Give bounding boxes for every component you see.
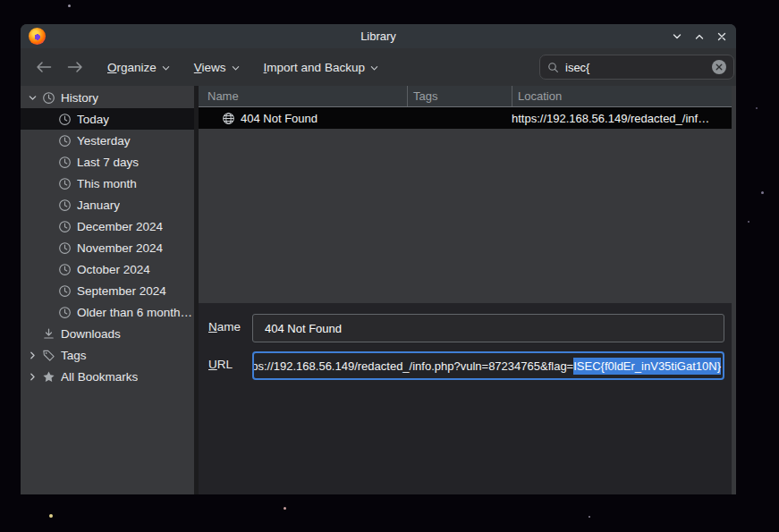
- star-dot: [284, 507, 286, 510]
- views-menu[interactable]: Views: [194, 61, 240, 74]
- list-header: Name Tags Location: [199, 86, 732, 107]
- history-icon: [42, 91, 57, 105]
- chevron-right-icon[interactable]: [28, 372, 42, 382]
- desktop: Library: [0, 0, 779, 532]
- search-input[interactable]: [565, 61, 712, 74]
- star-dot: [761, 191, 764, 194]
- minimize-icon[interactable]: [672, 31, 682, 42]
- details-pane: Name URL https://192.168.56.149/redacted…: [199, 303, 732, 494]
- views-menu-label: Views: [194, 61, 226, 74]
- name-field-label: Name: [208, 314, 241, 341]
- sidebar-item-older-than-6-months[interactable]: Older than 6 month…: [21, 301, 194, 323]
- toolbar: Organize Views Import and Backup: [21, 48, 736, 86]
- chevron-right-icon[interactable]: [28, 350, 42, 360]
- star-dot: [748, 221, 749, 223]
- column-header-name[interactable]: Name: [199, 86, 407, 106]
- sidebar-item-this-month[interactable]: This month: [21, 173, 194, 194]
- star-dot: [756, 107, 758, 109]
- star-dot: [588, 516, 590, 518]
- sidebar-item-today[interactable]: Today: [21, 108, 194, 130]
- sidebar-item-last-7-days[interactable]: Last 7 days: [21, 151, 194, 173]
- sidebar-item-label: This month: [77, 177, 137, 190]
- star-icon: [42, 370, 57, 384]
- row-location: https://192.168.56.149/redacted_/inf…: [512, 112, 732, 125]
- clock-icon: [58, 113, 73, 126]
- chevron-down-icon: [370, 64, 378, 72]
- sidebar-item-label: October 2024: [77, 263, 150, 276]
- sidebar-item-label: September 2024: [77, 284, 166, 298]
- globe-icon: [222, 112, 235, 125]
- sidebar-item-downloads[interactable]: Downloads: [21, 323, 194, 344]
- back-button[interactable]: [36, 61, 52, 73]
- sidebar-item-september-2024[interactable]: September 2024: [21, 280, 194, 301]
- sidebar-item-january[interactable]: January: [21, 194, 194, 215]
- chevron-down-icon: [162, 64, 170, 72]
- search-icon: [547, 62, 559, 73]
- organize-menu-label: Organize: [107, 61, 157, 74]
- clock-icon: [58, 284, 73, 298]
- import-backup-menu[interactable]: Import and Backup: [264, 61, 378, 74]
- column-header-location[interactable]: Location: [512, 86, 732, 106]
- url-field[interactable]: https://192.168.56.149/redacted_/info.ph…: [252, 351, 724, 380]
- clock-icon: [58, 220, 73, 233]
- clock-icon: [58, 198, 73, 212]
- table-row[interactable]: 404 Not Found https://192.168.56.149/red…: [199, 107, 732, 129]
- clock-icon: [58, 177, 73, 190]
- url-text: https://192.168.56.149/redacted_/info.ph…: [252, 359, 573, 373]
- clock-icon: [58, 306, 73, 319]
- sidebar-item-label: Older than 6 month…: [77, 306, 192, 319]
- import-backup-menu-label: Import and Backup: [264, 61, 365, 74]
- sidebar-item-label: November 2024: [77, 241, 163, 255]
- sidebar-item-tags[interactable]: Tags: [21, 344, 194, 366]
- library-window: Library: [21, 24, 736, 494]
- results-list: Name Tags Location 404 Not Found https:/…: [199, 86, 732, 303]
- sidebar-item-label: January: [77, 198, 120, 212]
- sidebar-item-all-bookmarks[interactable]: All Bookmarks: [21, 366, 194, 387]
- sidebar-item-december-2024[interactable]: December 2024: [21, 215, 194, 237]
- sidebar-item-label: Tags: [61, 349, 87, 362]
- titlebar: Library: [21, 24, 736, 48]
- url-selected-text: ISEC{f0ldEr_inV35tiGat10N}: [573, 358, 721, 375]
- sidebar-item-yesterday[interactable]: Yesterday: [21, 130, 194, 151]
- sidebar: History Today Yesterday Last 7 days: [21, 86, 199, 494]
- star-dot: [49, 514, 53, 518]
- sidebar-item-history[interactable]: History: [21, 87, 194, 108]
- chevron-down-icon: [232, 64, 240, 72]
- sidebar-item-label: December 2024: [77, 220, 163, 233]
- column-header-tags[interactable]: Tags: [407, 86, 512, 106]
- chevron-down-icon[interactable]: [28, 93, 42, 103]
- sidebar-item-label: Downloads: [61, 327, 121, 341]
- sidebar-item-label: All Bookmarks: [61, 370, 138, 384]
- sidebar-item-label: Last 7 days: [77, 156, 139, 169]
- clear-search-icon[interactable]: [712, 60, 726, 74]
- row-name: 404 Not Found: [241, 112, 318, 125]
- clock-icon: [58, 156, 73, 169]
- close-icon[interactable]: [716, 31, 727, 42]
- star-dot: [68, 4, 71, 7]
- sidebar-item-november-2024[interactable]: November 2024: [21, 237, 194, 258]
- clock-icon: [58, 241, 73, 255]
- forward-button[interactable]: [67, 61, 83, 73]
- tag-icon: [42, 349, 57, 362]
- name-field[interactable]: [252, 314, 724, 342]
- clock-icon: [58, 134, 73, 148]
- url-field-label: URL: [208, 351, 233, 378]
- sidebar-item-label: Yesterday: [77, 134, 131, 148]
- organize-menu[interactable]: Organize: [107, 61, 170, 74]
- window-title: Library: [21, 24, 736, 48]
- clock-icon: [58, 263, 73, 276]
- sidebar-item-label: Today: [77, 113, 109, 126]
- maximize-icon[interactable]: [694, 31, 705, 42]
- download-icon: [42, 327, 57, 341]
- search-box[interactable]: [539, 55, 734, 80]
- sidebar-item-october-2024[interactable]: October 2024: [21, 258, 194, 280]
- sidebar-item-label: History: [61, 91, 98, 105]
